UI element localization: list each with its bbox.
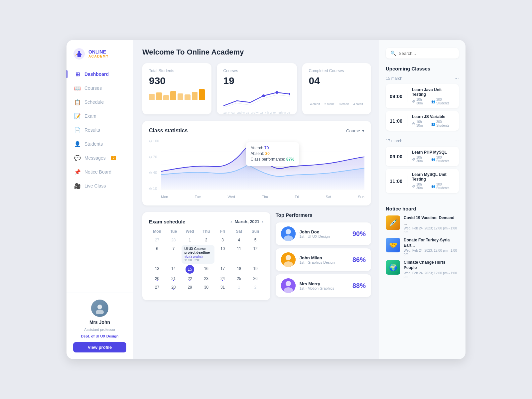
cal-cell: 28 [165,236,182,244]
students-icon-sm: 👥 [431,100,435,103]
notice-1-title: Covid 19 Vaccine: Demand ... [404,215,459,226]
cal-cell: 11 [231,245,247,264]
students-count: 👥 300 Students [431,120,455,127]
cal-cell: 7 [165,245,182,264]
performer-2-name: John Milan [300,255,348,260]
students-count: 👥 300 Students [431,183,455,190]
class-card: 09:00 Learn PHP MySQL ⏱ 10h 30m 👥 300 St… [386,147,459,166]
sidebar-item-results[interactable]: 📄 Results [70,124,129,136]
y-label-10: ⊙ 10 [149,187,159,191]
sidebar-item-label: Results [84,127,100,133]
y-label-70: ⊙ 70 [149,155,159,159]
cal-cell: 1 [231,284,247,291]
search-input[interactable] [399,51,454,56]
comp-group: 4 credit [352,101,364,106]
nav-menu: ⊞ Dashboard 📖 Courses 📋 Schedule 📝 Exam … [66,68,133,286]
class-info: Learn Java Unit Testing ⏱ 10h 30m 👥 300 … [412,87,455,105]
avatar [91,300,108,317]
calendar-event: UI UX Course project deadline 4/2 (3 cre… [182,245,214,264]
dots-menu[interactable]: ··· [455,138,459,144]
cal-cell: 25 [231,275,247,282]
bar-6 [185,94,190,100]
avatar-image [91,300,108,317]
class-info: Learn JS Variable ⏱ 10h 30m 👥 300 Studen… [412,114,455,127]
x-label-sun: Sun [358,195,364,199]
x-label-sat: Sat [326,195,332,199]
cal-cell: 31 [214,284,231,291]
sidebar-item-noticeboard[interactable]: 📌 Notice Board [70,166,129,178]
clock-icon: ⏱ [412,185,415,188]
calendar-week-2: 6 7 UI UX Course project deadline 4/2 (3… [149,245,264,264]
exam-header: Exam schedule ‹ March, 2021 › [149,219,264,224]
tooltip-absent-label: Absent: [251,151,264,156]
students-label: Total Students [149,68,205,73]
sidebar-item-schedule[interactable]: 📋 Schedule [70,96,129,108]
sidebar-item-exam[interactable]: 📝 Exam [70,110,129,122]
cal-cell: 12 [247,245,263,264]
svg-rect-1 [77,55,81,57]
duration: ⏱ 10h 30m [412,120,429,127]
class-stats-header: Class statistics Course ▾ [149,128,364,134]
performer-avatar-3 [281,278,296,293]
prev-month-button[interactable]: ‹ [230,219,232,224]
class-card: 11:00 Learn MySQL Unit Testing ⏱ 10h 30m… [386,169,459,193]
notice-image-3: 🌍 [386,260,400,275]
sidebar-item-dashboard[interactable]: ⊞ Dashboard [70,68,129,80]
cal-cell: 22 [182,275,198,282]
profile-section: Mrs John Assistant professor Dept. of UI… [66,293,133,359]
view-profile-button[interactable]: View profile [73,342,126,352]
dashboard-icon: ⊞ [74,71,80,77]
date-label-1: 15 march ··· [386,75,459,81]
cal-cell: 28 [165,284,182,291]
comp-group: 2 credit [323,101,335,106]
completed-mini-chart: 4 credit 2 credit 3 credit 4 credit [309,89,365,106]
cal-cell: 23 [198,275,214,282]
students-mini-chart [149,89,205,100]
bottom-row: Exam schedule ‹ March, 2021 › Mon Tue We… [142,212,371,300]
x-label-fri: Fri [295,195,299,199]
performer-3-name: Mrs Merry [300,281,348,286]
next-month-button[interactable]: › [262,219,264,224]
bar-1 [149,94,155,100]
students-count: 👥 300 Students [431,98,455,105]
sidebar-item-messages[interactable]: 💬 Messages 2 [70,152,129,164]
calendar-week-3: 13 14 15 16 17 18 19 [149,265,264,274]
notice-item-3: 🌍 Climate Change Hurts People Wed, Feb 2… [386,260,459,278]
svg-point-6 [275,91,278,94]
sidebar-item-label: Dashboard [84,71,109,77]
class-time: 11:00 [390,178,404,184]
event-title: UI UX Course project deadline [184,247,212,254]
profile-role: Assistant professor [84,328,115,332]
course-select-button[interactable]: Course ▾ [346,128,364,133]
profile-name: Mrs John [89,320,110,325]
cal-today[interactable]: 15 [186,265,194,274]
class-divider [408,176,408,187]
courses-label: Courses [223,68,290,73]
dots-menu[interactable]: ··· [455,75,459,81]
courses-mini-chart: 1st yr 032nd yr 023rd yr 024th yr 045th … [223,89,290,109]
cal-cell: 2 [247,284,263,291]
course-chart-labels: 1st yr 032nd yr 023rd yr 024th yr 045th … [223,111,290,114]
cal-cell: 24 [214,275,231,282]
class-meta: ⏱ 10h 30m 👥 300 Students [412,120,455,127]
x-label-thu: Thu [262,195,268,199]
notice-3-info: Climate Change Hurts People Wed, Feb 24,… [404,260,459,278]
sidebar-item-students[interactable]: 👤 Students [70,138,129,150]
cal-cell: 19 [247,265,263,274]
class-card: 11:00 Learn JS Variable ⏱ 10h 30m 👥 300 … [386,111,459,131]
svg-point-16 [286,229,291,234]
svg-point-2 [78,51,80,53]
sidebar-item-label: Notice Board [84,169,111,175]
sidebar-item-liveclass[interactable]: 🎥 Live Class [70,180,129,192]
performer-3-rank: 1st - Motion Graphics [300,286,348,290]
notice-3-date: Wed, Feb 24, 2023; 12:00 pm - 1:00 pm [404,271,459,279]
notice-2-date: Wed, Feb 24, 2023; 12:00 pm - 1:00 pm [404,249,459,256]
class-divider [408,151,408,162]
stat-card-completed: Completed Courses 04 4 credit 2 credit 3… [302,63,371,114]
sidebar-item-label: Students [84,141,103,147]
liveclass-icon: 🎥 [74,183,80,189]
sidebar-item-courses[interactable]: 📖 Courses [70,82,129,94]
tooltip-perf-val: 87% [286,157,294,162]
sidebar-item-label: Messages [84,155,106,161]
results-icon: 📄 [74,127,80,133]
